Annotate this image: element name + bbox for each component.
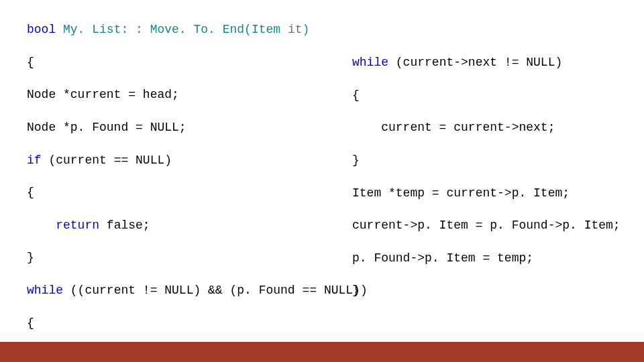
code-line: p. Found->p. Item = temp;: [352, 250, 634, 266]
indent: [27, 219, 56, 232]
code-text: false;: [99, 219, 150, 232]
keyword-while: while: [352, 56, 388, 69]
code-text: (current->next != NULL): [388, 56, 562, 69]
code-line: }: [352, 282, 634, 298]
code-line: }: [27, 249, 345, 265]
code-text: ((current != NULL) && (p. Found == NULL)…: [63, 284, 368, 297]
code-text: (current == NULL): [42, 154, 172, 167]
code-line: while (current->next != NULL): [352, 54, 634, 70]
code-line: current = current->next;: [352, 119, 634, 135]
code-right-column: while (current->next != NULL) { current …: [345, 5, 634, 362]
code-line: bool My. List: : Move. To. End(Item it): [27, 21, 345, 38]
code-line: return false;: [27, 217, 345, 233]
keyword-if: if: [27, 154, 42, 167]
code-line: {: [352, 87, 634, 103]
code-columns: bool My. List: : Move. To. End(Item it) …: [0, 5, 644, 362]
keyword-while: while: [27, 284, 63, 297]
code-line: {: [27, 184, 345, 200]
code-left-column: bool My. List: : Move. To. End(Item it) …: [0, 5, 345, 362]
footer-bar: [0, 342, 644, 362]
code-line: {: [27, 315, 345, 331]
code-line: while ((current != NULL) && (p. Found ==…: [27, 282, 345, 298]
code-line: }: [352, 152, 634, 168]
code-line: Node *current = head;: [27, 86, 345, 103]
slide: bool My. List: : Move. To. End(Item it) …: [0, 0, 644, 362]
sig-close: ): [303, 23, 310, 36]
code-line: if (current == NULL): [27, 152, 345, 168]
code-line: Item *temp = current->p. Item;: [352, 185, 634, 201]
param-name: it: [280, 23, 302, 36]
code-line: Node *p. Found = NULL;: [27, 119, 345, 135]
keyword-bool: bool: [27, 23, 56, 36]
param-type: Item: [252, 23, 280, 36]
keyword-return: return: [56, 219, 99, 232]
class-method-name: My. List: : Move. To. End(: [56, 23, 252, 36]
code-line: {: [27, 54, 345, 70]
code-line: current->p. Item = p. Found->p. Item;: [352, 217, 634, 233]
